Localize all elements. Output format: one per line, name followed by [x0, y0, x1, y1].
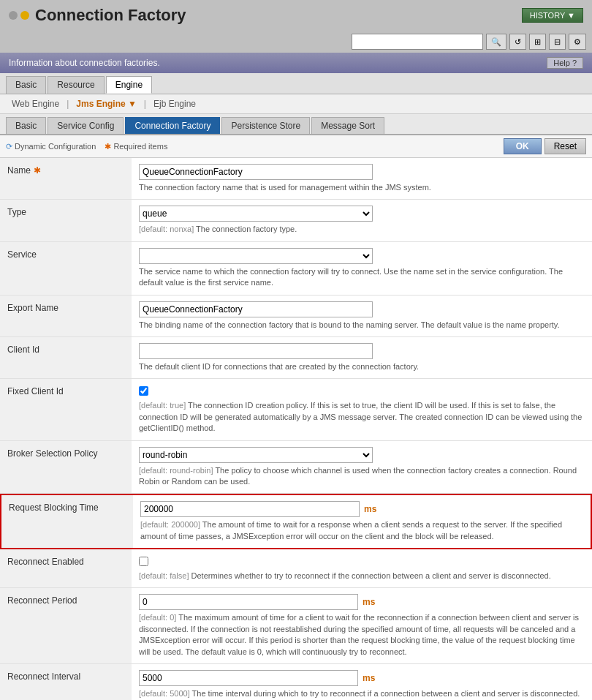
expand-button[interactable]: ⊞	[529, 34, 546, 50]
tab-engine[interactable]: Engine	[106, 76, 152, 94]
broker-selection-desc: [default: round-robin] The policy to cho…	[139, 465, 585, 488]
field-client-id-label: Client Id	[0, 337, 132, 378]
export-name-desc: The binding name of the connection facto…	[139, 320, 585, 331]
reconnect-interval-unit: ms	[363, 673, 375, 683]
field-service-content: The service name to which the connection…	[132, 242, 592, 295]
dot1	[9, 11, 18, 20]
dynamic-config-icon: ⟳	[6, 142, 12, 151]
nav-web-engine[interactable]: Web Engine	[6, 97, 65, 110]
help-button[interactable]: Help ?	[547, 57, 583, 69]
nav-ejb-engine[interactable]: Ejb Engine	[148, 97, 202, 110]
field-broker-selection-content: round-robin random [default: round-robin…	[132, 441, 592, 494]
nav-sep2: |	[143, 99, 148, 109]
form-container: Name ✱ The connection factory name that …	[0, 158, 592, 700]
field-type-content: queue topic nonxa [default: nonxa] The c…	[132, 200, 592, 241]
export-name-input[interactable]	[139, 301, 373, 317]
tab-inner-service-config[interactable]: Service Config	[48, 117, 124, 134]
name-desc: The connection factory name that is used…	[139, 182, 585, 193]
field-client-id-content: The default client ID for connections th…	[132, 337, 592, 378]
field-reconnect-enabled-row: Reconnect Enabled [default: false] Deter…	[0, 549, 592, 588]
field-export-name-content: The binding name of the connection facto…	[132, 296, 592, 336]
fixed-client-id-checkbox[interactable]	[139, 386, 148, 396]
dynamic-config-label: ⟳ Dynamic Configuration	[6, 142, 96, 151]
request-blocking-desc: [default: 200000] The amount of time to …	[140, 519, 583, 542]
required-star: ✱	[34, 165, 41, 176]
type-desc: [default: nonxa] The connection factory …	[139, 224, 585, 235]
service-select[interactable]	[139, 248, 373, 264]
required-icon: ✱	[105, 142, 111, 151]
field-fixed-client-id-label: Fixed Client Id	[0, 379, 132, 440]
field-service-label: Service	[0, 242, 132, 295]
dot2	[20, 11, 29, 20]
field-fixed-client-id-row: Fixed Client Id [default: true] The conn…	[0, 379, 592, 440]
tab-inner-message-sort[interactable]: Message Sort	[311, 117, 384, 134]
required-items-label: ✱ Required items	[105, 142, 167, 151]
request-blocking-input-group: ms	[140, 501, 583, 517]
search-button[interactable]: 🔍	[486, 34, 506, 50]
engine-nav: Web Engine | Jms Engine ▼ | Ejb Engine	[0, 94, 592, 114]
page-title: Connection Factory	[35, 6, 186, 25]
tab-inner-basic[interactable]: Basic	[6, 117, 46, 134]
field-broker-selection-row: Broker Selection Policy round-robin rand…	[0, 441, 592, 494]
toolbar: 🔍 ↺ ⊞ ⊟ ⚙	[0, 31, 592, 53]
type-select[interactable]: queue topic nonxa	[139, 206, 373, 222]
refresh-button[interactable]: ↺	[509, 34, 526, 50]
action-bar-right: OK Reset	[504, 138, 586, 154]
field-reconnect-period-row: Reconnect Period ms [default: 0] The max…	[0, 588, 592, 664]
field-reconnect-enabled-content: [default: false] Determines whether to t…	[132, 549, 592, 587]
field-service-row: Service The service name to which the co…	[0, 242, 592, 296]
reconnect-interval-input-group: ms	[139, 670, 585, 686]
field-request-blocking-row: Request Blocking Time ms [default: 20000…	[0, 494, 592, 549]
reconnect-period-unit: ms	[363, 597, 375, 607]
field-export-name-label: Export Name	[0, 296, 132, 336]
title-bar: Connection Factory HISTORY ▼	[0, 0, 592, 31]
outer-tabs: Basic Resource Engine	[0, 73, 592, 94]
nav-sep1: |	[65, 99, 70, 109]
request-blocking-input[interactable]	[140, 501, 360, 517]
field-reconnect-period-label: Reconnect Period	[0, 588, 132, 663]
fixed-client-id-desc: [default: true] The connection ID creati…	[139, 400, 585, 434]
tab-basic[interactable]: Basic	[6, 76, 46, 94]
reconnect-interval-desc: [default: 5000] The time interval during…	[139, 688, 585, 699]
request-blocking-unit: ms	[364, 504, 376, 514]
info-bar: Information about connection factories. …	[0, 53, 592, 73]
field-name-label: Name ✱	[0, 158, 132, 199]
history-button[interactable]: HISTORY ▼	[522, 8, 583, 23]
reconnect-enabled-desc: [default: false] Determines whether to t…	[139, 571, 585, 582]
client-id-input[interactable]	[139, 343, 373, 359]
field-client-id-row: Client Id The default client ID for conn…	[0, 337, 592, 379]
field-broker-selection-label: Broker Selection Policy	[0, 441, 132, 494]
field-request-blocking-content: ms [default: 200000] The amount of time …	[133, 495, 591, 548]
field-type-row: Type queue topic nonxa [default: nonxa] …	[0, 200, 592, 241]
ok-button[interactable]: OK	[504, 138, 542, 154]
collapse-button[interactable]: ⊟	[549, 34, 566, 50]
tab-resource[interactable]: Resource	[48, 76, 104, 94]
field-name-row: Name ✱ The connection factory name that …	[0, 158, 592, 200]
field-type-label: Type	[0, 200, 132, 241]
name-input[interactable]	[139, 164, 373, 180]
reconnect-enabled-checkbox[interactable]	[139, 557, 148, 566]
client-id-desc: The default client ID for connections th…	[139, 361, 585, 372]
broker-selection-select[interactable]: round-robin random	[139, 447, 373, 463]
search-input[interactable]	[352, 34, 483, 50]
field-request-blocking-label: Request Blocking Time	[1, 495, 133, 548]
field-reconnect-period-content: ms [default: 0] The maximum amount of ti…	[132, 588, 592, 663]
reconnect-period-input[interactable]	[139, 594, 358, 610]
service-desc: The service name to which the connection…	[139, 266, 585, 289]
settings-button[interactable]: ⚙	[569, 34, 586, 50]
tab-inner-connection-factory[interactable]: Connection Factory	[125, 117, 220, 134]
tab-inner-persistence-store[interactable]: Persistence Store	[221, 117, 310, 134]
action-bar-left: ⟳ Dynamic Configuration ✱ Required items	[6, 142, 167, 151]
field-reconnect-interval-label: Reconnect Interval	[0, 664, 132, 700]
info-text: Information about connection factories.	[9, 58, 160, 68]
reconnect-interval-input[interactable]	[139, 670, 358, 686]
action-bar: ⟳ Dynamic Configuration ✱ Required items…	[0, 135, 592, 158]
field-fixed-client-id-content: [default: true] The connection ID creati…	[132, 379, 592, 440]
field-reconnect-enabled-label: Reconnect Enabled	[0, 549, 132, 587]
field-name-content: The connection factory name that is used…	[132, 158, 592, 199]
nav-jms-engine[interactable]: Jms Engine ▼	[70, 97, 143, 110]
reconnect-period-input-group: ms	[139, 594, 585, 610]
field-export-name-row: Export Name The binding name of the conn…	[0, 296, 592, 337]
field-reconnect-interval-row: Reconnect Interval ms [default: 5000] Th…	[0, 664, 592, 700]
reset-button[interactable]: Reset	[544, 138, 586, 154]
